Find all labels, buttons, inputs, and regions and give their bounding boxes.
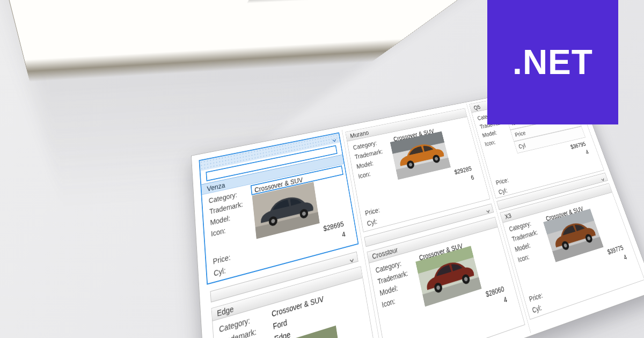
dotnet-logo-text: .NET <box>513 42 593 82</box>
notes-text: Andrew received his BTS commercial in 19… <box>71 281 78 284</box>
cyl-label: Cyl: <box>531 303 543 315</box>
expand-chevron-icon[interactable] <box>17 310 30 319</box>
icon-label: Icon: <box>484 138 496 148</box>
field-label-lastname: LastName <box>63 303 74 310</box>
scroll-left-button[interactable] <box>80 281 80 282</box>
field-label-postalcode: PostalCode <box>69 288 73 290</box>
expand-chevron-icon[interactable] <box>599 175 605 181</box>
employee-row-laura-callahan[interactable]: Employee: Ms. Laura Callahan <box>42 295 65 300</box>
model-label: Model: <box>481 129 497 138</box>
field-value-hiredate: 08/14/1992 <box>66 294 70 296</box>
employee-photo <box>74 290 90 331</box>
stage: { "logo":{"text":".NET","bg_color":"#512… <box>0 0 644 338</box>
field-label-homephone: HomePhone <box>78 288 82 289</box>
field-label-titleofcourtesy: TitleOfCourtesy <box>40 333 69 338</box>
cyl-label: Cyl: <box>366 217 377 227</box>
field-value-title: Vice President,... <box>61 298 68 302</box>
horizontal-scrollbar[interactable] <box>65 281 81 283</box>
employee-row-label: Employee: Mr. Robert King <box>49 300 61 305</box>
expand-chevron-icon[interactable] <box>0 326 9 338</box>
field-value-lastname: Fuller <box>61 305 65 310</box>
model-label: Model: <box>210 214 231 227</box>
model-label: Model: <box>379 283 399 298</box>
field-label-firstname: FirstName <box>57 313 72 327</box>
field-label-notes: Notes <box>78 282 80 282</box>
model-label: Model: <box>356 159 374 171</box>
employee-row-anne-dodsworth[interactable]: Employee: Ms. Anne Dodsworth <box>48 291 67 295</box>
price-label: Price: <box>213 253 231 266</box>
expand-chevron-icon[interactable] <box>33 302 41 307</box>
employee-row-steven-buchanan[interactable]: Employee: Mr. Steven Buchanan <box>0 320 49 338</box>
expand-chevron-icon[interactable] <box>49 292 53 295</box>
field-label-title: Title <box>67 297 75 302</box>
field-value-region: WA. <box>77 284 78 284</box>
field-label-country: Country <box>70 286 74 288</box>
price-label: Price: <box>528 291 544 304</box>
icon-label: Icon: <box>381 296 396 309</box>
collapse-chevron-icon[interactable] <box>332 136 338 142</box>
trademark-value: Ford <box>273 317 288 331</box>
field-label-address: Address <box>78 286 82 288</box>
employee-row-label: Employee: Ms. Laura Callahan <box>54 295 65 298</box>
field-label-hiredate: HireDate <box>69 293 75 296</box>
model-label: Model: <box>514 241 531 253</box>
cyl-label: Cyl: <box>497 186 508 196</box>
employee-row-label: Employee: Ms. Nancy Davolio <box>0 0 193 338</box>
expand-chevron-icon[interactable] <box>43 296 48 299</box>
field-label-extension: Extension <box>71 290 76 293</box>
expand-chevron-icon[interactable] <box>485 207 492 213</box>
model-value: Edge <box>274 329 291 338</box>
employee-photo-image <box>74 290 89 330</box>
price-label: Price: <box>495 176 509 186</box>
field-value-firstname: Andrew <box>52 317 60 326</box>
field-value-homephone: (206) 555-9482 <box>75 288 78 289</box>
dotnet-logo-badge: .NET <box>487 0 618 124</box>
icon-label: Icon: <box>210 226 226 238</box>
employee-row-label: Employee: Mr. Steven Buchanan <box>11 325 46 338</box>
employee-row-label: Employee: Ms. Anne Dodsworth <box>58 291 67 293</box>
employee-row-robert-king[interactable]: Employee: Mr. Robert King <box>32 299 62 307</box>
field-label-city: City <box>78 285 81 286</box>
cyl-label: Cyl: <box>214 266 226 278</box>
employee-row-michael-suyama[interactable]: Employee: Mr. Michael Suyama <box>13 307 57 321</box>
icon-label: Icon: <box>357 170 371 180</box>
field-value-city: Tacoma <box>77 285 78 285</box>
expand-chevron-icon[interactable] <box>349 255 355 262</box>
icon-label: Icon: <box>517 252 530 263</box>
employee-row-label: Employee: Mr. Michael Suyama <box>36 309 56 317</box>
field-value-extension: 3457 <box>69 291 71 292</box>
price-label: Price: <box>364 205 380 217</box>
field-value-address: 908 W. Capital Way <box>75 286 78 288</box>
field-label-region: Region <box>78 284 81 285</box>
